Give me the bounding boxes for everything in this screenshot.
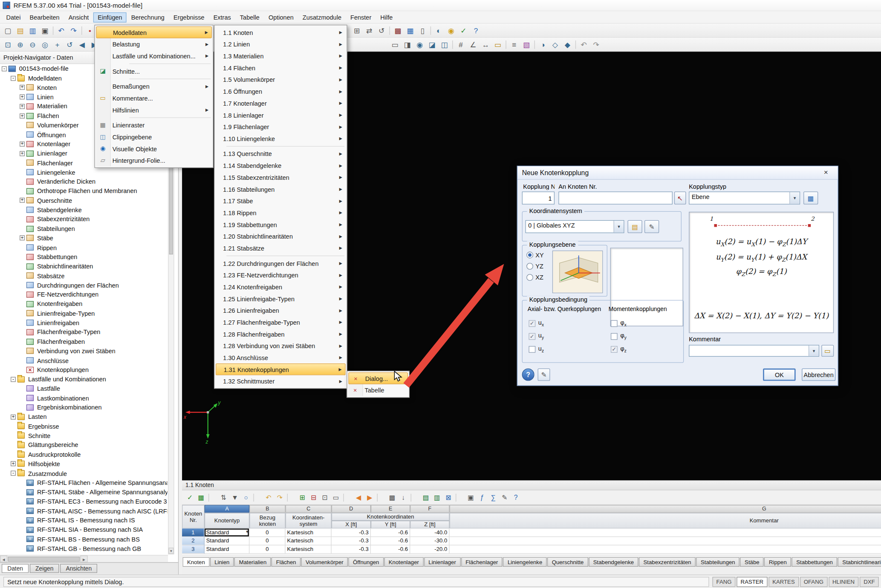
tree-item[interactable]: RF-STAHL SIA - Bemessung nach SIA xyxy=(0,525,168,534)
tree-expander-icon[interactable] xyxy=(20,405,25,410)
table-tab[interactable]: Öffnungen xyxy=(349,557,384,567)
table-tab[interactable]: Volumenkörper xyxy=(301,557,348,567)
tree-item[interactable]: Ergebniskombinationen xyxy=(0,403,168,412)
menu-item[interactable]: 1.14 Stabendgelenke xyxy=(216,159,346,171)
menu-item-kommentare[interactable]: ▭ Kommentare... xyxy=(96,92,212,104)
toolbar-icon[interactable] xyxy=(574,38,578,50)
tree-expander-icon[interactable] xyxy=(20,349,25,354)
checkbox-icon[interactable] xyxy=(611,333,618,340)
kopplung-nr-input[interactable] xyxy=(522,192,555,205)
tree-item[interactable]: Ausdruckprotokolle xyxy=(0,450,168,459)
menu-item[interactable]: 1.4 Flächen xyxy=(216,62,346,74)
cell-x[interactable]: -0.3 xyxy=(332,545,371,554)
toggle-dxf[interactable]: DXF xyxy=(860,576,879,587)
tree-item[interactable]: Linienfreigabe-Typen xyxy=(0,308,168,318)
tree-item[interactable]: Veränderliche Dicken xyxy=(0,177,168,186)
scroll-left-icon[interactable]: ◀ xyxy=(0,556,7,562)
column-header-x[interactable]: X [ft] xyxy=(332,521,371,528)
radio-icon[interactable] xyxy=(526,263,533,270)
colors-icon[interactable]: ▧ xyxy=(520,38,533,50)
koordinatensystem-select[interactable]: 0 | Globales XYZ xyxy=(526,220,624,233)
table-tab[interactable]: Stabendgelenke xyxy=(589,557,638,567)
menu-item[interactable]: 1.13 Querschnitte xyxy=(216,148,346,160)
toolbar-icon[interactable] xyxy=(429,24,433,36)
menubar-item[interactable]: Zusatzmodule xyxy=(298,12,346,22)
solid-view-icon[interactable]: ◆ xyxy=(561,38,574,50)
tree-expander-icon[interactable] xyxy=(20,217,25,222)
menu-item[interactable]: 1.10 Liniengelenke xyxy=(216,133,346,144)
tree-item[interactable]: Stabteilungen xyxy=(0,224,168,233)
tree-expander-icon[interactable]: - xyxy=(2,66,7,71)
menu-item-visuelle-objekte[interactable]: ◉ Visuelle Objekte xyxy=(96,143,212,155)
tree-item[interactable]: RF-STAHL EC3 - Bemessung nach Eurocode 3 xyxy=(0,497,168,506)
lighting-icon[interactable]: ◉ xyxy=(445,24,457,36)
table-toolbar-icon[interactable] xyxy=(286,492,297,503)
tree-item[interactable]: Flächenfreigabe-Typen xyxy=(0,328,168,337)
radio-icon[interactable] xyxy=(526,252,533,259)
cell-koordinatensystem[interactable]: Kartesisch xyxy=(286,537,332,545)
row-number[interactable]: 2 xyxy=(182,537,205,545)
menu-item[interactable]: 1.28 Verbindung von zwei Stäben xyxy=(216,340,346,352)
previous-view-icon[interactable]: ◀ xyxy=(76,38,88,50)
cell-bezugknoten[interactable]: 0 xyxy=(249,528,285,537)
toggle-ofang[interactable]: OFANG xyxy=(800,576,828,587)
copy-object-icon[interactable]: ⊞ xyxy=(351,24,363,36)
cell-x[interactable]: -0.3 xyxy=(332,537,371,545)
navigator-tab-daten[interactable]: Daten xyxy=(2,564,29,573)
cell-knotentyp[interactable]: Standard xyxy=(205,545,249,554)
tree-expander-icon[interactable] xyxy=(11,424,16,429)
menu-item[interactable]: 1.25 Linienfreigabe-Typen xyxy=(216,293,346,305)
menu-item-schnitte[interactable]: ◪ Schnitte... xyxy=(96,65,212,77)
menu-item-hilfslinien[interactable]: Hilfslinien xyxy=(96,104,212,116)
navigator-horizontal-scrollbar[interactable]: ◀ ▶ xyxy=(0,555,168,562)
display-properties-icon[interactable]: ≡ xyxy=(508,38,520,50)
select-window-icon[interactable]: ▭ xyxy=(389,38,401,50)
rotate-icon[interactable]: ↺ xyxy=(376,24,388,36)
tree-expander-icon[interactable] xyxy=(20,282,25,288)
menu-item-knotenkopplungen[interactable]: 1.31 Knotenkopplungen xyxy=(216,363,346,375)
menu-item[interactable]: 1.23 FE-Netzverdichtungen xyxy=(216,269,346,281)
menu-item[interactable]: 1.3 Materialien xyxy=(216,50,346,62)
checkbox-phix[interactable]: φx xyxy=(611,319,627,328)
tree-item[interactable]: Glättungsbereiche xyxy=(0,441,168,450)
column-letter-header[interactable]: D xyxy=(332,505,371,513)
table-tab[interactable]: Materialien xyxy=(234,557,271,567)
tree-expander-icon[interactable]: + xyxy=(20,95,25,100)
tree-item[interactable]: RF-STAHL BS - Bemessung nach BS xyxy=(0,534,168,544)
cell-kommentar[interactable] xyxy=(450,545,881,554)
tree-expander-icon[interactable] xyxy=(11,452,16,457)
menu-item[interactable]: 1.7 Knotenlager xyxy=(216,97,346,109)
column-header-bezugknoten[interactable]: Bezug knoten xyxy=(249,513,285,529)
menu-item[interactable]: 1.16 Stabteilungen xyxy=(216,183,346,195)
radio-icon[interactable] xyxy=(526,274,533,281)
tree-expander-icon[interactable]: + xyxy=(20,104,25,109)
table-tab[interactable]: Stäbe xyxy=(740,557,764,567)
tree-expander-icon[interactable] xyxy=(20,518,25,523)
tree-item[interactable]: FE-Netzverdichtungen xyxy=(0,290,168,299)
tree-item[interactable]: Stabnichtlinearitäten xyxy=(0,262,168,271)
menubar-item[interactable]: Hilfe xyxy=(376,12,397,22)
checkbox-icon[interactable] xyxy=(529,346,535,353)
column-letter-header[interactable]: G xyxy=(450,505,881,513)
toggle-hlinien[interactable]: HLINIEN xyxy=(829,576,858,587)
cell-z[interactable]: -20.0 xyxy=(410,545,449,554)
row-number[interactable]: 1 xyxy=(182,528,205,537)
tree-item[interactable]: Schnitte xyxy=(0,431,168,440)
table-toolbar-icon[interactable] xyxy=(341,492,352,503)
menubar-item[interactable]: Ergebnisse xyxy=(169,12,209,22)
cell-y[interactable]: -0.6 xyxy=(371,537,410,545)
table-toolbar-icon[interactable] xyxy=(376,492,387,503)
checkbox-phiy[interactable]: φy xyxy=(611,332,627,340)
menubar-item[interactable]: Fenster xyxy=(346,12,376,22)
menu-item-hintergrund-folie[interactable]: ▱ Hintergrund-Folie... xyxy=(96,155,212,167)
menu-item[interactable]: 1.26 Linienfreigaben xyxy=(216,304,346,316)
tree-expander-icon[interactable] xyxy=(20,170,25,175)
dimension-icon[interactable]: ↔ xyxy=(479,38,491,50)
pick-nodes-icon[interactable]: ↖ xyxy=(674,192,686,205)
menu-item[interactable]: 1.30 Anschlüsse xyxy=(216,352,346,363)
row-empty-icon[interactable]: ▭ xyxy=(330,492,341,503)
excel-export-icon[interactable]: ▥ xyxy=(431,492,442,503)
table-row[interactable]: 3 Standard 0 Kartesisch -0.3 -0.6 -20.0 xyxy=(182,545,881,554)
menubar-item[interactable]: Bearbeiten xyxy=(25,12,64,22)
tree-expander-icon[interactable] xyxy=(20,480,25,485)
